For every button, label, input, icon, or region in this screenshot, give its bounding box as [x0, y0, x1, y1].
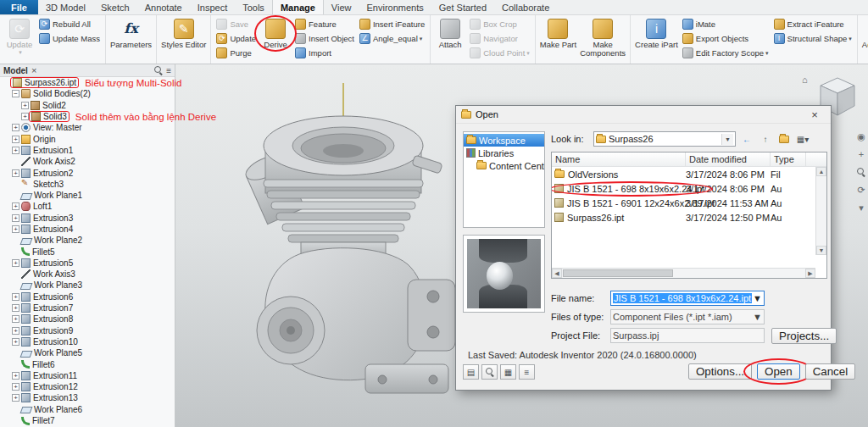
tree-item-extrusion13[interactable]: +Extrusion13 — [0, 392, 175, 403]
look-in-dropdown[interactable]: Surpass26 ▼ — [593, 131, 736, 147]
options-button[interactable]: Options... — [688, 363, 752, 380]
tree-expander-icon[interactable]: + — [12, 214, 19, 222]
ribbon-button-cloud-point[interactable]: Cloud Point▾ — [467, 46, 532, 60]
horizontal-scrollbar[interactable]: ◀ ▶ — [552, 268, 815, 278]
tree-item-solid-bodies-2[interactable]: −Solid Bodies(2) — [0, 88, 175, 99]
tree-item-solid2[interactable]: +Solid2 — [0, 100, 175, 111]
scroll-up-icon[interactable]: ▲ — [816, 167, 826, 176]
search-icon[interactable] — [481, 364, 498, 380]
tree-item-work-plane3[interactable]: Work Plane3 — [0, 280, 175, 291]
file-row-jis-b-1521-6901-12x24x6x2-89-ipt[interactable]: JIS B 1521 - 6901 12x24x6x2.89.ipt3/17/2… — [552, 196, 826, 210]
ribbon-button-import[interactable]: Import — [292, 46, 357, 60]
tree-expander-icon[interactable]: + — [12, 259, 19, 267]
tree-item-loft1[interactable]: +Loft1 — [0, 201, 175, 212]
tree-expander-icon[interactable]: + — [12, 293, 19, 301]
tree-expander-icon[interactable]: + — [12, 169, 19, 177]
file-row-jis-b-1521-698-8x19x6x2-24-ipt[interactable]: JIS B 1521 - 698 8x19x6x2.24.ipt3/17/202… — [552, 181, 826, 196]
ribbon-button-derive[interactable]: Derive — [259, 17, 292, 50]
zoom-icon[interactable] — [855, 166, 867, 178]
ribbon-button-parameters[interactable]: fxParameters — [108, 17, 153, 50]
tree-item-surpass26-ipt[interactable]: Surpass26.iptBiểu tượng Multi-Solid — [0, 77, 175, 88]
tree-item-fillet7[interactable]: Fillet7 — [0, 415, 175, 426]
ribbon-button-save[interactable]: Save — [214, 17, 259, 31]
tree-item-fillet6[interactable]: Fillet6 — [0, 358, 175, 369]
up-one-level-icon[interactable]: ↑ — [758, 132, 773, 147]
ribbon-button-extract-ifeature[interactable]: Extract iFeature — [771, 17, 854, 31]
chevron-down-icon[interactable]: ▼ — [753, 293, 762, 303]
tree-expander-icon[interactable]: + — [12, 327, 19, 335]
tree-item-extrusion12[interactable]: +Extrusion12 — [0, 381, 175, 392]
tab-collaborate[interactable]: Collaborate — [494, 0, 557, 14]
tree-expander-icon[interactable]: + — [12, 383, 19, 391]
tree-item-work-axis3[interactable]: Work Axis3 — [0, 269, 175, 280]
scroll-right-icon[interactable]: ▶ — [805, 269, 815, 278]
scrollbar-thumb[interactable] — [563, 269, 673, 277]
tree-expander-icon[interactable]: + — [12, 136, 19, 143]
browser-close-icon[interactable]: × — [31, 66, 36, 75]
tree-expander-icon[interactable]: + — [12, 225, 19, 233]
engine-3d-model[interactable] — [199, 78, 487, 417]
tree-item-origin[interactable]: +Origin — [0, 133, 175, 144]
dialog-close-icon[interactable]: × — [804, 108, 826, 121]
tree-item-extrusion8[interactable]: +Extrusion8 — [0, 313, 175, 324]
tree-expander-icon[interactable]: + — [12, 202, 19, 210]
ribbon-button-insert-ifeature[interactable]: Insert iFeature — [357, 17, 427, 31]
file-menu-button[interactable]: File — [0, 0, 38, 14]
tree-expander-icon[interactable]: + — [21, 102, 29, 109]
file-name-input[interactable]: JIS B 1521 - 698 8x19x6x2.24.ipt ▼ — [610, 291, 765, 306]
ribbon-button-make-part[interactable]: Make Part — [538, 17, 578, 50]
ribbon-button-export-objects[interactable]: Export Objects — [680, 31, 771, 46]
ribbon-button-add-rule[interactable]: +Add Rule — [860, 17, 868, 50]
scroll-down-icon[interactable]: ▼ — [816, 246, 826, 255]
tree-item-extrusion2[interactable]: +Extrusion2 — [0, 167, 175, 178]
tree-item-solid3[interactable]: +Solid3Solid thêm vào bằng lệnh Derive — [0, 111, 175, 122]
ribbon-button-create-ipart[interactable]: iCreate iPart — [633, 17, 680, 50]
tab-inspect[interactable]: Inspect — [190, 0, 235, 14]
ribbon-button-angle-equal[interactable]: ∠Angle_equal▾ — [357, 31, 427, 46]
ribbon-button-purge[interactable]: Purge — [214, 46, 259, 60]
tree-item-work-plane6[interactable]: Work Plane6 — [0, 404, 175, 415]
ribbon-button-update[interactable]: ⟳Update▾ — [3, 17, 36, 57]
ribbon-button-navigator[interactable]: Navigator — [467, 31, 532, 46]
pan-icon[interactable]: + — [855, 148, 867, 160]
tree-item-extrusion5[interactable]: +Extrusion5 — [0, 258, 175, 269]
tab-get-started[interactable]: Get Started — [431, 0, 494, 14]
files-of-type-dropdown[interactable]: Component Files (*.ipt *.iam) ▼ — [610, 309, 765, 324]
tree-expander-icon[interactable]: + — [12, 394, 19, 402]
ribbon-button-update[interactable]: ⟳Update — [214, 31, 259, 46]
tree-expander-icon[interactable]: + — [12, 338, 19, 346]
file-row-oldversions[interactable]: OldVersions3/17/2024 8:06 PMFil — [552, 167, 826, 181]
tree-expander-icon[interactable]: + — [21, 113, 29, 120]
scroll-left-icon[interactable]: ◀ — [552, 269, 562, 278]
ribbon-button-attach[interactable]: Attach — [433, 17, 467, 50]
menu-icon[interactable]: ≡ — [519, 364, 535, 380]
ribbon-button-edit-factory-scope[interactable]: Edit Factory Scope▾ — [680, 46, 771, 60]
tab-3d-model[interactable]: 3D Model — [38, 0, 93, 14]
view-menu-icon[interactable]: ▦▾ — [795, 132, 810, 147]
tab-manage[interactable]: Manage — [272, 0, 324, 14]
back-icon[interactable]: ← — [739, 132, 754, 147]
file-row-surpass26-ipt[interactable]: Surpass26.ipt3/17/2024 12:50 PMAu — [552, 210, 826, 225]
tab-annotate[interactable]: Annotate — [137, 0, 190, 14]
tree-item-extrusion3[interactable]: +Extrusion3 — [0, 213, 175, 224]
tree-item-extrusion10[interactable]: +Extrusion10 — [0, 336, 175, 347]
tree-expander-icon[interactable]: + — [12, 372, 19, 380]
find-file-icon[interactable]: ▤ — [463, 364, 479, 380]
tree-item-sketch3[interactable]: Sketch3 — [0, 179, 175, 190]
tab-environments[interactable]: Environments — [359, 0, 431, 14]
dialog-titlebar[interactable]: Open × — [456, 106, 831, 124]
tree-expander-icon[interactable]: + — [12, 315, 19, 323]
tree-item-work-plane2[interactable]: Work Plane2 — [0, 235, 175, 246]
column-header-date-modified[interactable]: Date modified — [686, 152, 771, 166]
column-header-name[interactable]: Name — [552, 152, 686, 166]
vertical-scrollbar[interactable]: ▲ ▼ — [815, 167, 826, 255]
ribbon-button-imate[interactable]: iMate — [680, 17, 771, 31]
tree-item-extrusion4[interactable]: +Extrusion4 — [0, 224, 175, 235]
tree-expander-icon[interactable]: + — [12, 124, 19, 131]
place-item-libraries[interactable]: Libraries — [464, 147, 544, 159]
column-header-type[interactable]: Type — [771, 152, 806, 166]
tree-expander-icon[interactable]: + — [12, 304, 19, 312]
tree-item-extrusion9[interactable]: +Extrusion9 — [0, 325, 175, 336]
ribbon-button-box-crop[interactable]: Box Crop — [467, 17, 532, 31]
place-item-content-center-files[interactable]: Content Center Files — [464, 159, 544, 172]
